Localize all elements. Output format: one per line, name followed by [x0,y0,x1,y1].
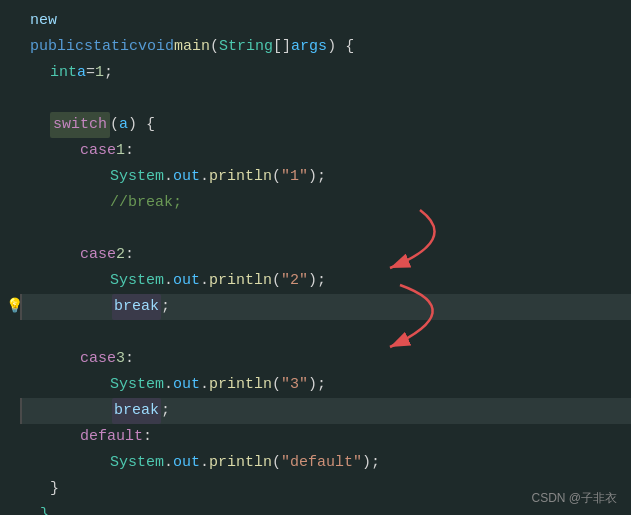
line-println-default: System . out . println ( "default" ); [20,450,631,476]
println3: println [209,372,272,398]
method-name: main [174,34,210,60]
str1: "1" [281,164,308,190]
dotda: . [164,450,173,476]
switch-close: ) { [128,112,155,138]
strd: "default" [281,450,362,476]
kw-case3: case [80,346,116,372]
break3-kw: break [112,398,161,424]
watermark-text: CSDN @子非衣 [531,491,617,505]
assign: = [86,60,95,86]
case2-colon: : [125,242,134,268]
line-new: new [20,8,631,34]
watermark: CSDN @子非衣 [531,490,617,507]
kw-void: void [138,34,174,60]
break2-semi: ; [161,294,170,320]
sys2: System [110,268,164,294]
kw-string: String [219,34,273,60]
out2: out [173,268,200,294]
var-a: a [77,60,86,86]
dot2b: . [200,268,209,294]
default-colon: : [143,424,152,450]
break2-kw: break [112,294,161,320]
kw-switch: switch [50,112,110,138]
text-new: new [30,8,57,34]
kw-case2: case [80,242,116,268]
case1-colon: : [125,138,134,164]
line-println3: System . out . println ( "3" ); [20,372,631,398]
dot3a: . [164,372,173,398]
dot3b: . [200,372,209,398]
out1: out [173,164,200,190]
dot1a: . [164,164,173,190]
println1-close: ); [308,164,326,190]
kw-default: default [80,424,143,450]
semi1: ; [104,60,113,86]
println3-close: ); [308,372,326,398]
bulb-icon: 💡 [6,295,23,319]
printlnd: println [209,450,272,476]
line-break-comment: //break; [20,190,631,216]
line-break2: 💡 break ; [20,294,631,320]
line-main-decl: public static void main ( String [] args… [20,34,631,60]
code-editor: new public static void main ( String [] … [0,0,631,515]
println2: println [209,268,272,294]
val-1: 1 [95,60,104,86]
switch-paren: ( [110,112,119,138]
line-case2: case 2 : [20,242,631,268]
case2-num: 2 [116,242,125,268]
comment-break: //break; [110,190,182,216]
bracket: [] [273,34,291,60]
line-switch: switch ( a ) { [20,112,631,138]
kw-public: public [30,34,84,60]
line-println2: System . out . println ( "2" ); [20,268,631,294]
dot2a: . [164,268,173,294]
kw-static: static [84,34,138,60]
kw-int: int [50,60,77,86]
args: args [291,34,327,60]
println3-open: ( [272,372,281,398]
params: ( [210,34,219,60]
case1-num: 1 [116,138,125,164]
line-default: default : [20,424,631,450]
case3-colon: : [125,346,134,372]
line-int-decl: int a = 1 ; [20,60,631,86]
printlnd-open: ( [272,450,281,476]
println1: println [209,164,272,190]
line-println1: System . out . println ( "1" ); [20,164,631,190]
outd: out [173,450,200,476]
dot1b: . [200,164,209,190]
sys1: System [110,164,164,190]
str2: "2" [281,268,308,294]
line-blank2 [20,216,631,242]
printlnd-close: ); [362,450,380,476]
str3: "3" [281,372,308,398]
println1-open: ( [272,164,281,190]
line-break3: break ; [20,398,631,424]
kw-case1: case [80,138,116,164]
out3: out [173,372,200,398]
sysd: System [110,450,164,476]
line-case3: case 3 : [20,346,631,372]
line-case1: case 1 : [20,138,631,164]
case3-num: 3 [116,346,125,372]
close-switch-brace: } [50,476,59,502]
line-blank1 [20,86,631,112]
dotdb: . [200,450,209,476]
break3-semi: ; [161,398,170,424]
println2-open: ( [272,268,281,294]
line-blank3 [20,320,631,346]
sys3: System [110,372,164,398]
switch-var: a [119,112,128,138]
close-paren: ) { [327,34,354,60]
close-main-brace: } [40,502,49,515]
println2-close: ); [308,268,326,294]
